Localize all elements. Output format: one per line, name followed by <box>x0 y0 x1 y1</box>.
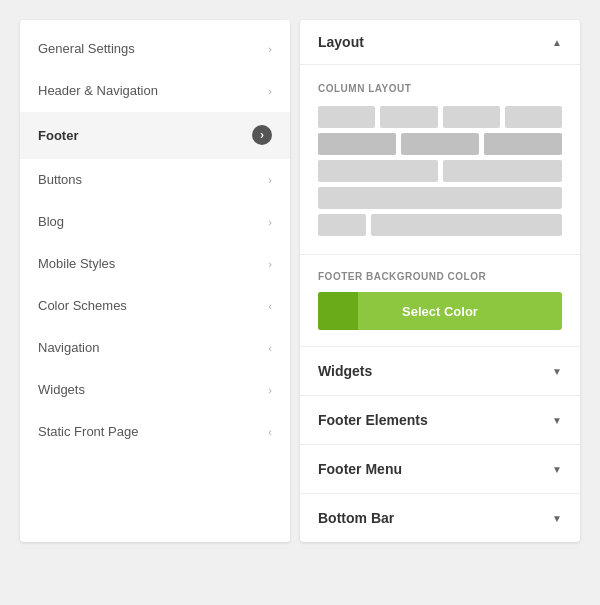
col-block-full[interactable] <box>318 187 562 209</box>
column-grid <box>318 106 562 236</box>
chevron-right-icon: › <box>268 384 272 396</box>
col-block[interactable] <box>443 160 563 182</box>
sidebar-item-blog[interactable]: Blog › <box>20 201 290 243</box>
sidebar: General Settings › Header & Navigation ›… <box>20 20 290 542</box>
chevron-down-icon: ‹ <box>268 426 272 438</box>
col-block-selected[interactable] <box>318 133 396 155</box>
col-block[interactable] <box>380 106 437 128</box>
right-panel: Layout ▲ COLUMN LAYOUT <box>300 20 580 542</box>
chevron-right-icon: › <box>268 216 272 228</box>
select-color-button[interactable]: Select Color <box>318 292 562 330</box>
col-block[interactable] <box>318 106 375 128</box>
chevron-right-icon: › <box>268 85 272 97</box>
sidebar-item-footer[interactable]: Footer › <box>20 112 290 159</box>
col-block[interactable] <box>443 106 500 128</box>
col-row-2 <box>318 133 562 155</box>
chevron-down-icon: ▼ <box>552 366 562 377</box>
sidebar-item-buttons[interactable]: Buttons › <box>20 159 290 201</box>
chevron-down-icon: ‹ <box>268 300 272 312</box>
app-container: General Settings › Header & Navigation ›… <box>20 20 580 542</box>
col-row-5 <box>318 214 562 236</box>
sidebar-item-general-settings[interactable]: General Settings › <box>20 28 290 70</box>
col-block-selected[interactable] <box>484 133 562 155</box>
footer-bg-section: FOOTER BACKGROUND COLOR Select Color <box>300 255 580 347</box>
chevron-right-icon: › <box>268 258 272 270</box>
chevron-right-active-icon: › <box>252 125 272 145</box>
accordion-bottom-bar[interactable]: Bottom Bar ▼ <box>300 494 580 542</box>
col-row-1 <box>318 106 562 128</box>
select-color-label: Select Color <box>402 304 478 319</box>
sidebar-item-color-schemes[interactable]: Color Schemes ‹ <box>20 285 290 327</box>
chevron-right-icon: › <box>268 43 272 55</box>
col-block[interactable] <box>318 214 366 236</box>
sidebar-item-static-front-page[interactable]: Static Front Page ‹ <box>20 411 290 453</box>
accordion-footer-elements[interactable]: Footer Elements ▼ <box>300 396 580 445</box>
col-block-selected[interactable] <box>401 133 479 155</box>
sidebar-item-mobile-styles[interactable]: Mobile Styles › <box>20 243 290 285</box>
layout-title: Layout <box>318 34 364 50</box>
chevron-right-icon: › <box>268 174 272 186</box>
sidebar-item-navigation[interactable]: Navigation ‹ <box>20 327 290 369</box>
column-layout-label: COLUMN LAYOUT <box>318 83 562 94</box>
col-row-4 <box>318 187 562 209</box>
sidebar-item-widgets[interactable]: Widgets › <box>20 369 290 411</box>
collapse-icon: ▲ <box>552 37 562 48</box>
col-block[interactable] <box>371 214 562 236</box>
layout-content: COLUMN LAYOUT <box>300 65 580 255</box>
col-row-3 <box>318 160 562 182</box>
footer-bg-label: FOOTER BACKGROUND COLOR <box>318 271 562 282</box>
chevron-down-icon: ‹ <box>268 342 272 354</box>
accordion-footer-menu[interactable]: Footer Menu ▼ <box>300 445 580 494</box>
chevron-down-icon: ▼ <box>552 464 562 475</box>
chevron-down-icon: ▼ <box>552 415 562 426</box>
accordion-widgets[interactable]: Widgets ▼ <box>300 347 580 396</box>
col-block[interactable] <box>318 160 438 182</box>
layout-section-header[interactable]: Layout ▲ <box>300 20 580 65</box>
sidebar-item-header-navigation[interactable]: Header & Navigation › <box>20 70 290 112</box>
chevron-down-icon: ▼ <box>552 513 562 524</box>
col-block[interactable] <box>505 106 562 128</box>
